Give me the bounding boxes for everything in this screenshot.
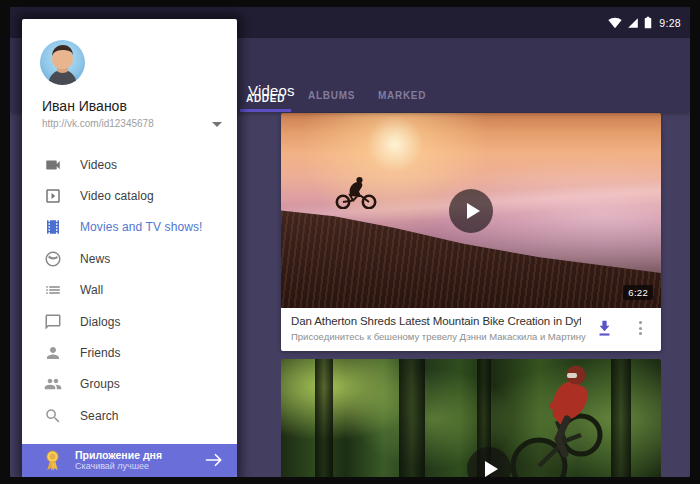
- biker-silhouette-icon: [333, 175, 381, 209]
- sidebar-item-video-catalog[interactable]: Video catalog: [22, 180, 237, 211]
- profile-name: Иван Иванов: [42, 98, 127, 114]
- battery-icon: [644, 16, 652, 29]
- arrow-right-icon: [205, 452, 223, 468]
- video-subtitle: Присоединитесь к бешеному тревелу Дэнни …: [291, 331, 586, 342]
- duration-badge: 6:22: [623, 285, 653, 300]
- play-button[interactable]: [449, 189, 493, 233]
- sidebar-item-groups[interactable]: Groups: [22, 369, 237, 400]
- tab-bar: ADDED ALBUMS MARKED: [240, 84, 443, 112]
- sidebar-item-friends[interactable]: Friends: [22, 337, 237, 368]
- videocam-icon: [44, 156, 62, 174]
- sidebar-item-dialogs[interactable]: Dialogs: [22, 306, 237, 337]
- promo-subtitle: Скачивай лучшее: [75, 461, 162, 471]
- sidebar-item-label: Wall: [80, 283, 103, 297]
- drawer-menu: Videos Video catalog Movies and TV shows…: [22, 149, 237, 432]
- clock: 9:28: [659, 17, 681, 29]
- cell-signal-icon: [627, 17, 639, 29]
- wifi-icon: [608, 17, 622, 29]
- sidebar-item-label: Friends: [80, 346, 121, 360]
- play-icon: [467, 203, 480, 219]
- people-icon: [44, 375, 62, 393]
- sidebar-item-label: Dialogs: [80, 315, 121, 329]
- video-title[interactable]: Dan Atherton Shreds Latest Mountain Bike…: [291, 315, 581, 327]
- sidebar-item-label: Video catalog: [80, 189, 154, 203]
- avatar[interactable]: [40, 40, 85, 85]
- overflow-menu-icon[interactable]: [633, 318, 647, 338]
- sidebar-item-label: Groups: [80, 377, 120, 391]
- video-card: 6:22 Dan Atherton Shreds Latest Mountain…: [281, 113, 661, 351]
- navigation-drawer: Иван Иванов http://vk.com/id12345678 Vid…: [22, 19, 237, 477]
- sidebar-item-label: Movies and TV shows!: [80, 220, 203, 234]
- app-of-the-day-banner[interactable]: Приложение дня Скачивай лучшее: [22, 444, 237, 477]
- person-icon: [44, 344, 62, 362]
- globe-icon: [44, 250, 62, 268]
- search-icon: [44, 407, 62, 425]
- biker-red-jersey: [501, 361, 611, 477]
- play-icon: [485, 461, 498, 477]
- play-box-icon: [44, 187, 62, 205]
- forest-scene: [281, 359, 661, 477]
- sidebar-item-search[interactable]: Search: [22, 400, 237, 431]
- tree-trunk: [611, 359, 631, 477]
- medal-icon: [42, 449, 63, 472]
- promo-title: Приложение дня: [75, 449, 162, 461]
- chat-bubble-icon: [44, 313, 62, 331]
- sidebar-item-label: Search: [80, 409, 119, 423]
- chevron-down-icon[interactable]: [212, 122, 222, 127]
- tree-trunk: [399, 359, 425, 477]
- film-strip-icon: [44, 218, 62, 236]
- sidebar-item-videos[interactable]: Videos: [22, 149, 237, 180]
- video-info: Dan Atherton Shreds Latest Mountain Bike…: [281, 308, 661, 351]
- video-thumbnail-2[interactable]: [281, 359, 661, 477]
- sidebar-item-label: Videos: [80, 158, 117, 172]
- video-thumbnail[interactable]: 6:22: [281, 113, 661, 308]
- download-icon[interactable]: [596, 319, 613, 338]
- tree-trunk: [315, 359, 333, 477]
- sidebar-item-label: News: [80, 252, 110, 266]
- tab-added[interactable]: ADDED: [240, 93, 291, 112]
- sidebar-item-movies[interactable]: Movies and TV shows!: [22, 212, 237, 243]
- sidebar-item-news[interactable]: News: [22, 243, 237, 274]
- list-icon: [44, 281, 62, 299]
- tab-albums[interactable]: ALBUMS: [302, 90, 361, 112]
- profile-url: http://vk.com/id12345678: [42, 118, 154, 129]
- sidebar-item-wall[interactable]: Wall: [22, 275, 237, 306]
- tablet-screen: 9:28 Videos ADDED ALBUMS MARKED: [10, 7, 690, 477]
- tab-marked[interactable]: MARKED: [372, 90, 432, 112]
